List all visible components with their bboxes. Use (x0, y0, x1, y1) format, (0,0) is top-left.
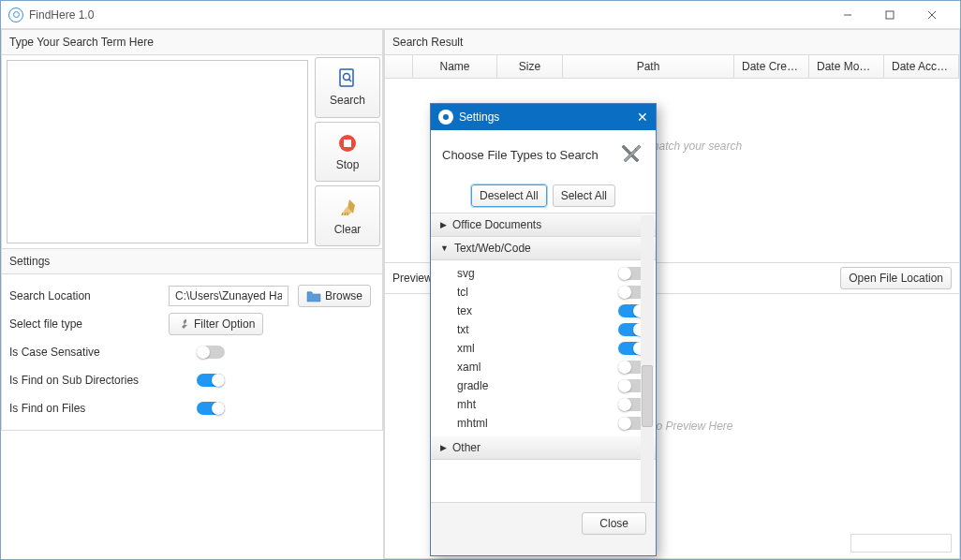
dialog-titlebar[interactable]: Settings ✕ (431, 104, 656, 130)
scrollbar-thumb[interactable] (642, 365, 653, 427)
filetype-item-mhtml: mhtml (431, 414, 656, 433)
deselect-all-button[interactable]: Deselect All (471, 184, 547, 207)
filetype-item-tex: tex (431, 302, 656, 320)
filetype-item-txt: txt (431, 320, 656, 339)
col-blank[interactable] (385, 55, 413, 78)
search-icon (336, 67, 359, 90)
dialog-icon (438, 110, 453, 125)
location-input[interactable] (169, 286, 288, 306)
svg-rect-1 (340, 69, 353, 86)
filetype-label: xml (457, 342, 618, 355)
sub-dirs-toggle[interactable] (197, 374, 225, 387)
filetype-label: txt (457, 323, 618, 336)
category-office[interactable]: ▶ Office Documents (431, 214, 656, 237)
browse-label: Browse (325, 289, 362, 302)
category-text-label: Text/Web/Code (454, 242, 531, 255)
window-title: FindHere 1.0 (29, 8, 94, 22)
filetype-item-mht: mht (431, 395, 656, 414)
result-label: Search Result (384, 29, 960, 55)
open-location-button[interactable]: Open File Location (840, 267, 952, 289)
filetype-label: Select file type (9, 317, 159, 331)
maximize-button[interactable] (868, 2, 910, 28)
stop-button[interactable]: Stop (315, 122, 380, 183)
stop-button-label: Stop (336, 158, 360, 171)
settings-dialog: Settings ✕ Choose File Types to Search D… (430, 103, 657, 556)
settings-label: Settings (1, 249, 383, 274)
filetype-item-svg: svg (431, 264, 656, 283)
close-button[interactable] (910, 2, 953, 28)
filetype-label: svg (457, 267, 618, 280)
tools-icon (618, 141, 644, 168)
dialog-close-icon[interactable]: ✕ (637, 110, 648, 125)
svg-rect-0 (886, 11, 894, 19)
file-type-tree: ▶ Office Documents ▼ Text/Web/Code svgtc… (431, 213, 656, 503)
left-pane: Type Your Search Term Here Search Stop C… (1, 29, 383, 559)
broom-icon (336, 197, 359, 219)
filetype-label: tex (457, 304, 618, 317)
filetype-item-xml: xml (431, 339, 656, 358)
filetype-label: mhtml (457, 417, 618, 430)
category-office-label: Office Documents (452, 218, 541, 231)
dialog-heading: Choose File Types to Search (442, 148, 611, 162)
find-files-label: Is Find on Files (9, 402, 187, 415)
col-size[interactable]: Size (497, 55, 563, 78)
filter-option-button[interactable]: Filter Option (169, 313, 263, 335)
clear-button-label: Clear (334, 223, 362, 236)
app-icon (8, 7, 23, 22)
wrench-icon (177, 317, 190, 331)
filetype-label: mht (457, 398, 618, 411)
clear-button[interactable]: Clear (315, 185, 380, 246)
filter-option-label: Filter Option (194, 317, 255, 331)
category-text[interactable]: ▼ Text/Web/Code (431, 237, 656, 260)
category-other-label: Other (452, 441, 480, 454)
case-sensitive-label: Is Case Sensative (9, 346, 187, 359)
search-button-label: Search (330, 94, 365, 107)
col-date-modified[interactable]: Date Modif... (809, 55, 884, 78)
case-sensitive-toggle[interactable] (197, 346, 225, 359)
filetype-label: xaml (457, 361, 618, 374)
filetype-item-xaml: xaml (431, 358, 656, 376)
find-files-toggle[interactable] (197, 402, 225, 415)
select-all-button[interactable]: Select All (553, 184, 615, 207)
tree-scrollbar[interactable] (641, 215, 654, 502)
stop-icon (336, 132, 359, 155)
col-date-created[interactable]: Date Created (734, 55, 809, 78)
sub-dirs-label: Is Find on Sub Directories (9, 374, 187, 387)
col-name[interactable]: Name (413, 55, 497, 78)
search-button[interactable]: Search (315, 57, 380, 118)
filetype-item-gradle: gradle (431, 376, 656, 395)
svg-rect-4 (344, 140, 351, 147)
col-path[interactable]: Path (563, 55, 734, 78)
folder-icon (306, 289, 321, 302)
col-date-accessed[interactable]: Date Acces... (884, 55, 959, 78)
filetype-label: tcl (457, 286, 618, 299)
expanded-icon: ▼ (440, 243, 449, 253)
search-input[interactable] (7, 60, 308, 243)
minimize-button[interactable] (826, 2, 868, 28)
category-other[interactable]: ▶ Other (431, 436, 656, 460)
filetype-item-tcl: tcl (431, 283, 656, 302)
location-label: Search Location (9, 289, 159, 302)
status-box (850, 534, 952, 553)
collapsed-icon: ▶ (440, 220, 447, 229)
svg-point-2 (344, 74, 350, 81)
search-term-label: Type Your Search Term Here (1, 29, 383, 55)
titlebar: FindHere 1.0 (1, 1, 960, 29)
dialog-close-button[interactable]: Close (582, 512, 646, 535)
collapsed-icon: ▶ (440, 443, 447, 452)
filetype-label: gradle (457, 379, 618, 392)
dialog-title: Settings (459, 111, 499, 124)
browse-button[interactable]: Browse (298, 285, 371, 307)
